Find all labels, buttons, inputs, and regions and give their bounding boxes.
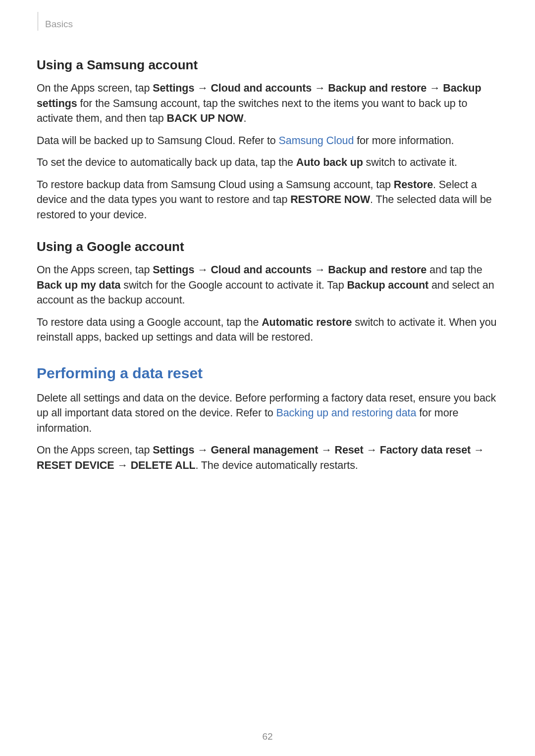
section-samsung-account: Using a Samsung account On the Apps scre… [37,57,498,222]
paragraph: On the Apps screen, tap Settings → Cloud… [37,262,498,308]
text: To set the device to automatically back … [37,156,296,168]
link-backing-up-data[interactable]: Backing up and restoring data [276,407,417,419]
text: On the Apps screen, tap [37,264,153,276]
bold-text: DELETE ALL [131,459,196,471]
bold-text: Settings [153,444,194,456]
bold-text: Automatic restore [262,316,352,328]
heading-data-reset: Performing a data reset [37,365,498,382]
bold-text: RESET DEVICE [37,459,114,471]
arrow-icon: → [427,82,443,94]
text: switch for the Google account to activat… [120,279,347,291]
text: switch to activate it. [363,156,457,168]
text: for the Samsung account, tap the switche… [37,98,467,125]
page-content: Basics Using a Samsung account On the Ap… [0,0,535,473]
text: . [244,112,247,124]
arrow-icon: → [194,444,211,456]
page-header: Basics [37,15,498,34]
bold-text: BACK UP NOW [167,112,244,124]
bold-text: Reset [334,444,363,456]
bold-text: RESTORE NOW [290,194,370,205]
bold-text: Cloud and accounts [211,82,312,94]
paragraph: To set the device to automatically back … [37,155,498,170]
paragraph: On the Apps screen, tap Settings → Gener… [37,443,498,473]
arrow-icon: → [194,82,211,94]
link-samsung-cloud[interactable]: Samsung Cloud [279,135,354,147]
bold-text: Backup account [347,279,428,291]
heading-samsung-account: Using a Samsung account [37,57,498,73]
text: . The device automatically restarts. [195,459,358,471]
text: On the Apps screen, tap [37,82,153,94]
header-section-label: Basics [45,19,73,30]
arrow-icon: → [318,444,334,456]
bold-text: Settings [153,264,194,276]
paragraph: To restore backup data from Samsung Clou… [37,177,498,223]
header-divider [38,12,38,31]
bold-text: Cloud and accounts [211,264,312,276]
bold-text: Factory data reset [380,444,471,456]
paragraph: On the Apps screen, tap Settings → Cloud… [37,81,498,126]
bold-text: Backup and restore [328,82,427,94]
bold-text: General management [211,444,318,456]
text: for more information. [354,135,454,147]
text: Data will be backed up to Samsung Cloud.… [37,135,279,147]
paragraph: Delete all settings and data on the devi… [37,391,498,436]
text: To restore data using a Google account, … [37,316,262,328]
page-number: 62 [0,731,535,742]
heading-google-account: Using a Google account [37,239,498,254]
arrow-icon: → [114,459,131,471]
arrow-icon: → [471,444,484,456]
arrow-icon: → [194,264,211,276]
section-data-reset: Performing a data reset Delete all setti… [37,365,498,473]
arrow-icon: → [312,264,328,276]
bold-text: Auto back up [296,156,363,168]
bold-text: Backup and restore [328,264,427,276]
text: To restore backup data from Samsung Clou… [37,179,394,191]
text: On the Apps screen, tap [37,444,153,456]
arrow-icon: → [312,82,328,94]
paragraph: To restore data using a Google account, … [37,315,498,345]
paragraph: Data will be backed up to Samsung Cloud.… [37,133,498,149]
section-google-account: Using a Google account On the Apps scree… [37,239,498,345]
bold-text: Back up my data [37,279,120,291]
bold-text: Restore [394,179,433,191]
text: and tap the [427,264,482,276]
arrow-icon: → [364,444,380,456]
bold-text: Settings [153,82,194,94]
